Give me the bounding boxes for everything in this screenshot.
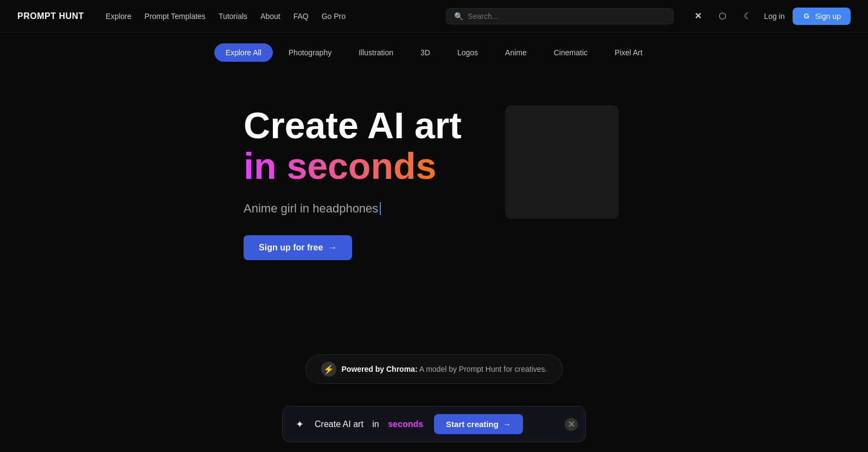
- bottom-banner-inner: ✦ Create AI art in seconds Start creatin…: [282, 406, 586, 442]
- brand-logo[interactable]: PROMPT HUNT: [17, 11, 84, 21]
- login-button[interactable]: Log in: [764, 12, 784, 21]
- powered-text: Powered by Chroma: A model by Prompt Hun…: [342, 365, 547, 373]
- search-icon: 🔍: [454, 12, 463, 21]
- nav-about[interactable]: About: [260, 12, 280, 21]
- text-cursor: [380, 202, 381, 215]
- cat-tab-illustration[interactable]: Illustration: [347, 43, 405, 62]
- start-creating-button[interactable]: Start creating →: [434, 414, 523, 434]
- cat-tab-cinematic[interactable]: Cinematic: [542, 43, 599, 62]
- hero-right: [505, 105, 624, 219]
- nav-links: Explore Prompt Templates Tutorials About…: [106, 12, 431, 21]
- cat-tab-anime[interactable]: Anime: [494, 43, 538, 62]
- hero-left: Create AI art in seconds Anime girl in h…: [244, 105, 462, 260]
- bottom-banner: ✦ Create AI art in seconds Start creatin…: [0, 406, 868, 452]
- hero-title-line2: in seconds: [244, 146, 462, 186]
- hero-image: [505, 105, 619, 219]
- discord-button[interactable]: ⬡: [714, 8, 731, 25]
- cat-tab-photography[interactable]: Photography: [277, 43, 343, 62]
- hero-section: Create AI art in seconds Anime girl in h…: [0, 62, 868, 344]
- close-banner-button[interactable]: ✕: [565, 418, 578, 431]
- nav-actions: ✕ ⬡ ☾ Log in G Sign up: [689, 8, 851, 25]
- cat-tab-explore-all[interactable]: Explore All: [214, 43, 273, 62]
- signup-free-button[interactable]: Sign up for free →: [244, 235, 352, 260]
- search-bar[interactable]: 🔍: [446, 8, 674, 24]
- powered-banner: ⚡ Powered by Chroma: A model by Prompt H…: [0, 344, 868, 405]
- banner-text: Create AI art in seconds: [315, 419, 423, 429]
- close-icon: ✕: [567, 418, 576, 430]
- hero-subtitle: Anime girl in headphones: [244, 202, 462, 216]
- nav-faq[interactable]: FAQ: [293, 12, 309, 21]
- google-icon: G: [802, 12, 811, 21]
- nav-tutorials[interactable]: Tutorials: [219, 12, 247, 21]
- nav-explore[interactable]: Explore: [106, 12, 131, 21]
- banner-bolt-icon: ✦: [296, 418, 304, 430]
- cat-tab-logos[interactable]: Logos: [446, 43, 489, 62]
- powered-pill: ⚡ Powered by Chroma: A model by Prompt H…: [305, 354, 563, 384]
- theme-toggle-button[interactable]: ☾: [739, 8, 756, 25]
- nav-go-pro[interactable]: Go Pro: [322, 12, 346, 21]
- search-input[interactable]: [468, 12, 666, 21]
- moon-icon: ☾: [744, 11, 751, 21]
- discord-icon: ⬡: [719, 11, 726, 21]
- nav-prompt-templates[interactable]: Prompt Templates: [144, 12, 206, 21]
- hero-title-line1: Create AI art: [244, 105, 462, 146]
- signup-button[interactable]: G Sign up: [793, 8, 851, 25]
- cat-tab-pixel-art[interactable]: Pixel Art: [603, 43, 654, 62]
- category-tabs: Explore All Photography Illustration 3D …: [0, 33, 868, 62]
- bolt-icon: ⚡: [321, 361, 336, 377]
- navbar: PROMPT HUNT Explore Prompt Templates Tut…: [0, 0, 868, 33]
- x-icon: ✕: [694, 11, 701, 21]
- twitter-x-button[interactable]: ✕: [689, 8, 706, 25]
- cat-tab-3d[interactable]: 3D: [409, 43, 442, 62]
